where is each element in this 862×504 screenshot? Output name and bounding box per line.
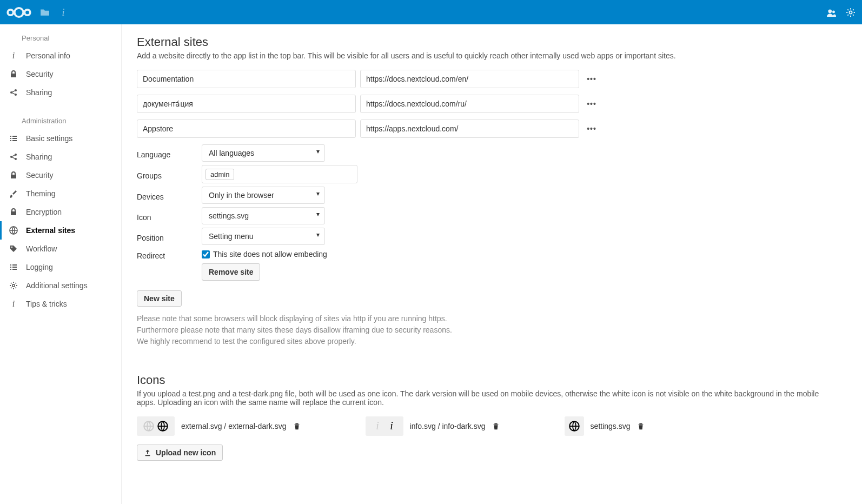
sidebar-item-label: Security — [26, 70, 54, 78]
redirect-label: Redirect — [137, 248, 202, 260]
sidebar-header-admin: Administration — [0, 112, 121, 129]
icon-preview-dark — [569, 421, 580, 432]
site-row: ••• — [137, 70, 862, 88]
sidebar-item-label: External sites — [26, 226, 75, 235]
share-icon — [9, 88, 18, 97]
sidebar-item-tips-tricks[interactable]: Tips & tricks — [0, 295, 121, 313]
lock-icon — [9, 208, 18, 216]
icon-preview-dark — [157, 421, 168, 432]
language-select[interactable]: All languages — [202, 144, 325, 162]
sidebar-item-sharing[interactable]: Sharing — [0, 148, 121, 166]
note-line: Please note that some browsers will bloc… — [137, 313, 862, 324]
delete-icon-button[interactable] — [637, 422, 645, 430]
sidebar-item-security[interactable]: Security — [0, 166, 121, 184]
globe-icon — [9, 226, 18, 235]
note-line: We highly recommend to test the configur… — [137, 336, 862, 347]
sidebar-item-label: Personal info — [26, 51, 70, 60]
sidebar-item-personal-info[interactable]: Personal info — [0, 47, 121, 65]
sidebar-item-security[interactable]: Security — [0, 65, 121, 83]
sidebar-item-label: Logging — [26, 263, 53, 271]
delete-icon-button[interactable] — [293, 422, 301, 430]
site-name-input[interactable] — [137, 120, 356, 138]
sidebar-item-label: Tips & tricks — [26, 300, 67, 308]
site-row: ••• — [137, 95, 862, 113]
site-more-icon[interactable]: ••• — [583, 100, 600, 108]
icons-description: If you upload a test.png and a test-dark… — [137, 389, 829, 407]
icon-select[interactable]: settings.svg — [202, 207, 325, 224]
site-more-icon[interactable]: ••• — [583, 75, 600, 83]
info-app-icon[interactable] — [58, 8, 68, 17]
brush-icon — [9, 189, 18, 198]
icon-filename: settings.svg — [591, 422, 631, 430]
icon-preview — [565, 416, 584, 436]
icon-preview — [366, 416, 403, 436]
list-icon — [9, 263, 18, 271]
notes: Please note that some browsers will bloc… — [137, 313, 862, 347]
site-url-input[interactable] — [360, 120, 579, 138]
devices-select[interactable]: Only in the browser — [202, 187, 325, 204]
new-site-button[interactable]: New site — [137, 290, 182, 307]
sidebar-item-encryption[interactable]: Encryption — [0, 203, 121, 221]
position-label: Position — [137, 230, 202, 242]
sidebar-item-label: Additional settings — [26, 281, 88, 290]
site-name-input[interactable] — [137, 95, 356, 113]
icon-label: Icon — [137, 210, 202, 222]
icon-preview-light — [372, 421, 383, 432]
upload-icon-button[interactable]: Upload new icon — [137, 445, 223, 461]
svg-point-9 — [15, 8, 23, 16]
delete-icon-button[interactable] — [492, 422, 500, 430]
groups-label: Groups — [137, 168, 202, 180]
info-icon — [9, 51, 18, 60]
sidebar-item-basic-settings[interactable]: Basic settings — [0, 129, 121, 148]
group-tag[interactable]: admin — [205, 169, 234, 180]
page-title: External sites — [137, 35, 862, 49]
svg-point-11 — [24, 9, 30, 15]
sidebar-item-label: Sharing — [26, 88, 52, 97]
sidebar-item-logging[interactable]: Logging — [0, 258, 121, 276]
site-more-icon[interactable]: ••• — [583, 124, 600, 133]
position-select[interactable]: Setting menu — [202, 228, 325, 245]
icons-title: Icons — [137, 373, 862, 387]
icon-preview — [137, 416, 175, 436]
icon-item: external.svg / external-dark.svg — [137, 416, 301, 436]
content: External sites Add a website directly to… — [122, 24, 862, 504]
page-description: Add a website directly to the app list i… — [137, 51, 829, 60]
sidebar-item-label: Sharing — [26, 152, 52, 161]
redirect-text: This site does not allow embeding — [213, 250, 327, 258]
icon-preview-dark — [386, 421, 397, 432]
sidebar-item-label: Encryption — [26, 208, 62, 216]
settings-gear-icon[interactable] — [846, 8, 856, 17]
lock-icon — [9, 70, 18, 78]
nextcloud-logo[interactable] — [6, 6, 31, 19]
groups-input[interactable]: admin — [202, 165, 357, 183]
sidebar-item-additional-settings[interactable]: Additional settings — [0, 276, 121, 295]
gear-icon — [9, 281, 18, 290]
sidebar-item-external-sites[interactable]: External sites — [0, 221, 121, 240]
files-icon[interactable] — [40, 8, 50, 17]
sidebar-item-sharing[interactable]: Sharing — [0, 83, 121, 102]
sidebar-item-theming[interactable]: Theming — [0, 184, 121, 203]
sidebar-item-label: Theming — [26, 189, 55, 198]
devices-label: Devices — [137, 189, 202, 201]
users-icon[interactable] — [826, 8, 836, 17]
icon-preview-light — [143, 421, 154, 432]
site-name-input[interactable] — [137, 70, 356, 88]
language-label: Language — [137, 147, 202, 159]
site-url-input[interactable] — [360, 70, 579, 88]
note-line: Furthermore please note that many sites … — [137, 324, 862, 336]
redirect-checkbox[interactable] — [202, 250, 210, 258]
icon-item: info.svg / info-dark.svg — [366, 416, 500, 436]
sidebar-header-personal: Personal — [0, 30, 121, 47]
icon-filename: external.svg / external-dark.svg — [181, 422, 287, 430]
topbar — [0, 0, 862, 24]
remove-site-button[interactable]: Remove site — [202, 263, 260, 281]
site-row: ••• — [137, 120, 862, 138]
sidebar-item-label: Basic settings — [26, 134, 72, 143]
share-icon — [9, 152, 18, 161]
sidebar-item-workflow[interactable]: Workflow — [0, 240, 121, 258]
info-icon — [9, 300, 18, 308]
site-url-input[interactable] — [360, 95, 579, 113]
upload-icon — [144, 449, 151, 456]
svg-point-10 — [8, 9, 13, 15]
icon-filename: info.svg / info-dark.svg — [410, 422, 486, 430]
